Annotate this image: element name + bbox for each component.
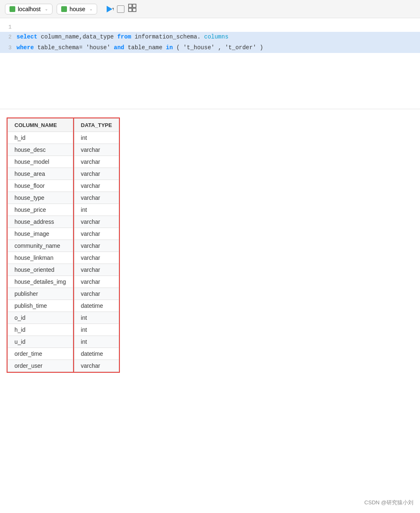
table-row: house_desc (8, 144, 73, 156)
code-line-1: 1 (0, 22, 420, 32)
table-row: u_id (8, 336, 73, 348)
code-plain-2b: information_schema. (135, 34, 201, 40)
table-row: varchar (74, 264, 119, 276)
toolbar: localhost ⌄ house ⌄ (0, 0, 420, 18)
table-row: house_image (8, 228, 73, 240)
table-row: house_model (8, 156, 73, 168)
table-row: varchar (74, 360, 119, 372)
table-row: h_id (8, 132, 73, 144)
table-row: publisher (8, 288, 73, 300)
col-header-type: DATA_TYPE (74, 119, 119, 132)
watermark: CSDN @研究猿小刘 (364, 499, 413, 506)
code-plain-3f: ) (260, 44, 263, 51)
table-row: house_address (8, 216, 73, 228)
keyword-columns: columns (204, 34, 229, 40)
code-plain-3d: ( (177, 44, 180, 51)
svg-rect-5 (129, 8, 132, 12)
svg-rect-4 (133, 4, 136, 7)
svg-rect-3 (129, 4, 132, 7)
table-row: int (74, 312, 119, 324)
table-row: order_user (8, 360, 73, 372)
table-row: int (74, 132, 119, 144)
code-line-3: 3 where table_schema= 'house' and table_… (0, 43, 420, 53)
code-str-3c: 't_order' (225, 44, 256, 51)
table-row: community_name (8, 240, 73, 252)
line-num-2: 2 (3, 32, 17, 42)
table-row: varchar (74, 144, 119, 156)
table-row: varchar (74, 288, 119, 300)
table-row: varchar (74, 192, 119, 204)
table-row: house_price (8, 204, 73, 216)
db-chevron-icon: ⌄ (45, 7, 48, 11)
code-content-2: select column_name,data_type from inform… (17, 32, 417, 42)
schema-icon (61, 6, 67, 12)
svg-rect-6 (133, 8, 136, 12)
code-plain-3c: table_name (128, 44, 166, 51)
table-row: varchar (74, 276, 119, 288)
column-name-box: COLUMN_NAME h_idhouse_deschouse_modelhou… (7, 117, 74, 373)
keyword-in: in (166, 44, 173, 51)
table-row: varchar (74, 156, 119, 168)
svg-marker-0 (107, 6, 112, 12)
table-row: int (74, 324, 119, 336)
table-row: varchar (74, 180, 119, 192)
data-type-box: DATA_TYPE intvarcharvarcharvarcharvarcha… (73, 117, 120, 373)
table-row: varchar (74, 252, 119, 264)
stop-button[interactable] (117, 5, 124, 13)
column-name-table: COLUMN_NAME h_idhouse_deschouse_modelhou… (7, 118, 73, 372)
table-row: datetime (74, 348, 119, 360)
keyword-select: select (17, 34, 37, 40)
toolbar-actions (105, 3, 137, 14)
code-content-3: where table_schema= 'house' and table_na… (17, 43, 417, 53)
table-row: publish_time (8, 300, 73, 312)
schema-chevron-icon: ⌄ (89, 7, 93, 11)
code-str-3b: 't_house' (183, 44, 215, 51)
table-row: order_time (8, 348, 73, 360)
table-row: int (74, 336, 119, 348)
line-num-3: 3 (3, 43, 17, 53)
table-row: o_id (8, 312, 73, 324)
table-row: varchar (74, 240, 119, 252)
table-row: datetime (74, 300, 119, 312)
table-row: house_oriented (8, 264, 73, 276)
keyword-from: from (117, 34, 131, 40)
schema-label: house (69, 6, 85, 12)
results-area: COLUMN_NAME h_idhouse_deschouse_modelhou… (0, 109, 420, 381)
table-row: house_detailes_img (8, 276, 73, 288)
table-row: house_floor (8, 180, 73, 192)
table-row: varchar (74, 216, 119, 228)
run-button[interactable] (105, 5, 114, 14)
db-selector[interactable]: localhost ⌄ (5, 4, 52, 14)
db-label: localhost (18, 6, 41, 12)
code-plain-3a: table_schema= (37, 44, 82, 51)
table-row: house_linkman (8, 252, 73, 264)
table-row: h_id (8, 324, 73, 336)
line-num-1: 1 (3, 22, 17, 32)
code-str-3a: 'house' (86, 44, 110, 51)
table-row: varchar (74, 168, 119, 180)
code-line-2: 2 select column_name,data_type from info… (0, 32, 420, 42)
keyword-where: where (17, 44, 34, 51)
keyword-and: and (114, 44, 124, 51)
schema-selector[interactable]: house ⌄ (57, 4, 97, 14)
code-plain-3e: , (218, 44, 221, 51)
table-row: int (74, 204, 119, 216)
grid-button[interactable] (128, 3, 137, 14)
code-plain-2a: column_name,data_type (41, 34, 117, 40)
table-row: house_area (8, 168, 73, 180)
db-icon (10, 6, 15, 12)
data-type-table: DATA_TYPE intvarcharvarcharvarcharvarcha… (74, 118, 119, 372)
results-table-container: COLUMN_NAME h_idhouse_deschouse_modelhou… (7, 117, 120, 373)
table-row: house_type (8, 192, 73, 204)
col-header-name: COLUMN_NAME (8, 119, 73, 132)
editor-area[interactable]: 1 2 select column_name,data_type from in… (0, 18, 420, 109)
table-row: varchar (74, 228, 119, 240)
